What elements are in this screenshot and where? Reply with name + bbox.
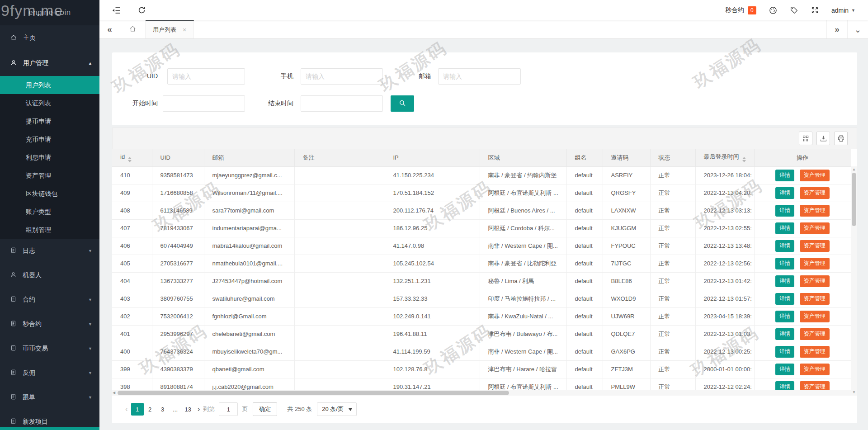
- cell-id: 407: [112, 219, 152, 237]
- asset-manage-button[interactable]: 资产管理: [800, 205, 830, 217]
- uid-input[interactable]: [167, 68, 245, 85]
- close-icon[interactable]: ×: [183, 26, 186, 33]
- asset-manage-button[interactable]: 资产管理: [800, 346, 830, 358]
- sidebar-item[interactable]: 合约 ▼: [0, 288, 99, 312]
- start-time-input[interactable]: [163, 95, 245, 112]
- cell-invite: FYPOUC: [603, 237, 650, 255]
- detail-button[interactable]: 详情: [775, 240, 794, 252]
- detail-button[interactable]: 详情: [775, 328, 794, 340]
- tab-user-list[interactable]: 用户列表 ×: [146, 20, 194, 38]
- cell-region: 南非 / KwaZulu-Natal / ...: [480, 307, 566, 325]
- confirm-button[interactable]: 确定: [253, 402, 277, 416]
- scroll-down-icon[interactable]: ▼: [851, 390, 857, 395]
- prev-page-icon[interactable]: ‹: [122, 405, 131, 414]
- fullscreen-icon[interactable]: [811, 6, 819, 14]
- scroll-left-icon[interactable]: ◀: [113, 390, 115, 396]
- page-number-button[interactable]: ...: [169, 403, 182, 416]
- tabs-scroll-right-button[interactable]: »: [826, 20, 847, 38]
- table-row: 410 9358581473 mjaeyunggprez@gmail.c... …: [112, 166, 851, 184]
- sidebar-item-user-mgmt[interactable]: 用户管理 ▲: [0, 51, 99, 76]
- asset-manage-button[interactable]: 资产管理: [800, 275, 830, 287]
- sec-contract-shortcut[interactable]: 秒合约 0: [725, 6, 756, 14]
- next-page-icon[interactable]: ›: [194, 405, 203, 414]
- scroll-up-icon[interactable]: ▲: [851, 167, 857, 172]
- page-size-select[interactable]: 20 条/页: [317, 402, 357, 416]
- user-table-card: id UID 邮箱 备注 IP 区域 组名 邀请码 状态 最后登录时间 操作: [112, 128, 857, 423]
- sidebar-item[interactable]: 币币交易 ▼: [0, 336, 99, 361]
- cell-invite: GAX6PG: [603, 343, 650, 360]
- filter-columns-icon[interactable]: [799, 132, 812, 145]
- tab-home[interactable]: [120, 20, 146, 38]
- sort-icon[interactable]: [742, 157, 746, 162]
- cell-ip: 132.251.1.231: [385, 272, 480, 290]
- detail-button[interactable]: 详情: [775, 170, 794, 181]
- cell-id: 403: [112, 290, 152, 307]
- cell-ip: 200.112.176.74: [385, 202, 480, 219]
- asset-manage-button[interactable]: 资产管理: [800, 222, 830, 234]
- asset-manage-button[interactable]: 资产管理: [800, 364, 830, 375]
- export-icon[interactable]: [816, 132, 830, 145]
- asset-manage-button[interactable]: 资产管理: [800, 187, 830, 199]
- search-button[interactable]: [391, 95, 414, 112]
- detail-button[interactable]: 详情: [775, 258, 794, 269]
- user-menu[interactable]: admin ▼: [831, 7, 855, 14]
- detail-button[interactable]: 详情: [775, 222, 794, 234]
- sidebar-subitem[interactable]: 组别管理: [0, 221, 99, 239]
- sidebar-subitem[interactable]: 资产管理: [0, 166, 99, 184]
- refresh-icon[interactable]: [137, 6, 146, 14]
- detail-button[interactable]: 详情: [775, 311, 794, 322]
- table-zone: id UID 邮箱 备注 IP 区域 组名 邀请码 状态 最后登录时间 操作: [112, 149, 857, 396]
- horizontal-scrollbar[interactable]: ◀: [112, 390, 851, 396]
- detail-button[interactable]: 详情: [775, 346, 794, 358]
- tabs-scroll-left-button[interactable]: «: [99, 20, 120, 38]
- detail-button[interactable]: 详情: [775, 275, 794, 287]
- sidebar-subitem[interactable]: 用户列表: [0, 76, 99, 94]
- cell-last-login: 2022-12-13 01:57:: [695, 290, 754, 307]
- sidebar-subitem[interactable]: 认证列表: [0, 94, 99, 112]
- sidebar-item[interactable]: 跟单 ▼: [0, 385, 99, 410]
- tabs-menu-button[interactable]: ⌄: [847, 20, 868, 38]
- phone-input[interactable]: [301, 68, 383, 85]
- sidebar-subitem-label: 组别管理: [26, 226, 51, 233]
- asset-manage-button[interactable]: 资产管理: [800, 170, 830, 181]
- page-number-button[interactable]: 2: [144, 403, 156, 416]
- cell-uid: 7819433067: [152, 219, 204, 237]
- asset-manage-button[interactable]: 资产管理: [800, 293, 830, 305]
- sidebar-item[interactable]: 反佣 ▼: [0, 361, 99, 385]
- cell-invite: QDLQE7: [603, 325, 650, 343]
- sidebar-subitem[interactable]: 利息申请: [0, 148, 99, 166]
- detail-button[interactable]: 详情: [775, 205, 794, 217]
- theme-palette-icon[interactable]: [769, 6, 778, 15]
- print-icon[interactable]: [834, 132, 848, 145]
- sidebar-subitem[interactable]: 账户类型: [0, 203, 99, 221]
- sidebar-subitem[interactable]: 区块链钱包: [0, 184, 99, 203]
- page-number-button[interactable]: 1: [131, 403, 144, 416]
- vertical-scroll-thumb[interactable]: [852, 173, 856, 226]
- end-time-input[interactable]: [301, 95, 383, 112]
- sidebar-item[interactable]: 秒合约 ▼: [0, 312, 99, 336]
- detail-button[interactable]: 详情: [775, 364, 794, 375]
- goto-page-input[interactable]: [219, 402, 238, 416]
- sort-icon[interactable]: [128, 157, 132, 162]
- horizontal-scroll-thumb[interactable]: [118, 391, 509, 395]
- collapse-sidebar-icon[interactable]: [112, 6, 121, 15]
- sidebar-item-home[interactable]: 主页: [0, 25, 99, 51]
- sidebar-item[interactable]: 日志 ▼: [0, 239, 99, 263]
- sidebar-item[interactable]: 机器人 ▼: [0, 263, 99, 288]
- sidebar-subitem[interactable]: 充币申请: [0, 130, 99, 148]
- detail-button[interactable]: 详情: [775, 293, 794, 305]
- cell-last-login: 2000-01-01 00:00:: [695, 360, 754, 378]
- page-number-button[interactable]: 3: [156, 403, 169, 416]
- tag-icon[interactable]: [790, 6, 798, 14]
- asset-manage-button[interactable]: 资产管理: [800, 311, 830, 322]
- asset-manage-button[interactable]: 资产管理: [800, 328, 830, 340]
- cell-region: 阿根廷 / 布宜诺斯艾利斯 ...: [480, 184, 566, 202]
- detail-button[interactable]: 详情: [775, 187, 794, 199]
- asset-manage-button[interactable]: 资产管理: [800, 240, 830, 252]
- asset-manage-button[interactable]: 资产管理: [800, 258, 830, 269]
- page-number-button[interactable]: 13: [182, 403, 194, 416]
- vertical-scrollbar[interactable]: ▲ ▼: [851, 166, 857, 396]
- sidebar-subitem[interactable]: 提币申请: [0, 112, 99, 130]
- email-input[interactable]: [438, 68, 521, 85]
- cell-region: 南非 / Western Cape / 開...: [480, 237, 566, 255]
